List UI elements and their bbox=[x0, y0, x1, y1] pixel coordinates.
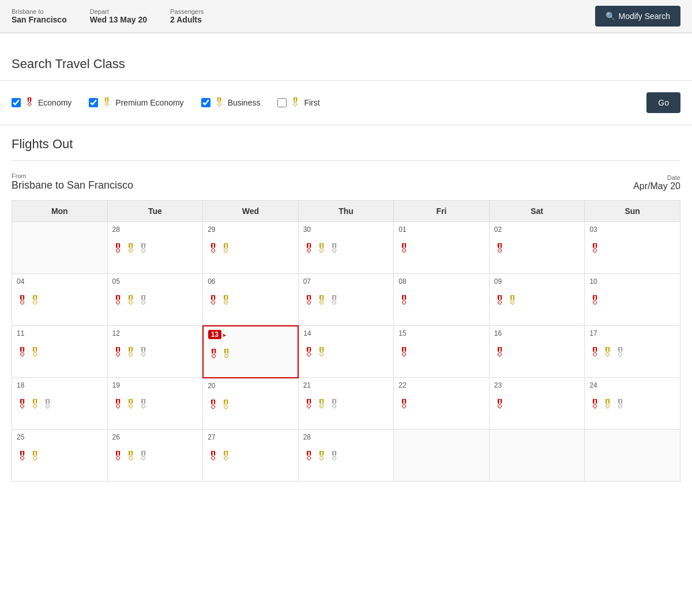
calendar-day-cell[interactable]: 06🎖🎖 bbox=[203, 274, 299, 326]
medal-icon: 🎖 bbox=[138, 243, 149, 254]
calendar-day-cell[interactable]: 20🎖🎖 bbox=[203, 378, 299, 430]
medal-icon: 🎖 bbox=[316, 450, 328, 462]
day-number: 14 bbox=[303, 329, 389, 337]
medals-container: 🎖🎖 bbox=[303, 341, 389, 358]
calendar-day-cell[interactable]: 15🎖 bbox=[394, 326, 490, 378]
day-number: 18 bbox=[17, 381, 103, 389]
calendar-day-cell[interactable]: 27🎖🎖 bbox=[203, 430, 299, 482]
medal-icon: 🎖 bbox=[208, 295, 219, 306]
calendar-day-cell[interactable]: 05🎖🎖🎖 bbox=[107, 274, 203, 326]
calendar-week-row: 25🎖🎖26🎖🎖🎖27🎖🎖28🎖🎖🎖 bbox=[12, 430, 680, 482]
premium-checkbox[interactable] bbox=[89, 98, 98, 107]
calendar-day-cell[interactable]: 19🎖🎖🎖 bbox=[107, 378, 203, 430]
medal-icon: 🎖 bbox=[303, 450, 315, 462]
calendar-day-cell[interactable]: 13▸🎖🎖 bbox=[203, 326, 299, 378]
business-option[interactable]: 🎖 Business bbox=[201, 97, 261, 109]
calendar-day-cell[interactable]: 29🎖🎖 bbox=[203, 222, 299, 274]
economy-option[interactable]: 🎖 Economy bbox=[12, 97, 72, 109]
calendar-week-row: 18🎖🎖🎖19🎖🎖🎖20🎖🎖21🎖🎖🎖22🎖23🎖24🎖🎖🎖 bbox=[12, 378, 680, 430]
calendar-day-cell[interactable]: 18🎖🎖🎖 bbox=[12, 378, 108, 430]
date-label: Date bbox=[633, 174, 680, 181]
medals-container: 🎖 bbox=[398, 393, 484, 410]
calendar-day-cell[interactable]: 14🎖🎖 bbox=[298, 326, 394, 378]
modify-search-button[interactable]: 🔍 Modify Search bbox=[595, 6, 680, 27]
medal-icon: 🎖 bbox=[589, 295, 601, 306]
medal-icon: 🎖 bbox=[125, 295, 137, 306]
calendar-day-cell[interactable]: 30🎖🎖🎖 bbox=[298, 222, 394, 274]
first-option[interactable]: 🎖 First bbox=[277, 97, 319, 109]
calendar-day-cell[interactable]: 02🎖 bbox=[489, 222, 585, 274]
day-number: 10 bbox=[589, 277, 675, 286]
calendar-col-header: Fri bbox=[394, 201, 490, 222]
medal-icon: 🎖 bbox=[29, 450, 41, 462]
calendar-day-cell bbox=[489, 430, 585, 482]
medal-icon: 🎖 bbox=[112, 450, 124, 462]
medal-icon: 🎖 bbox=[494, 399, 506, 410]
medals-container: 🎖 bbox=[494, 393, 580, 410]
medals-container: 🎖🎖 bbox=[208, 393, 294, 411]
calendar-day-cell[interactable]: 26🎖🎖🎖 bbox=[107, 430, 203, 482]
calendar-week-row: 04🎖🎖05🎖🎖🎖06🎖🎖07🎖🎖🎖08🎖09🎖🎖10🎖 bbox=[12, 274, 680, 326]
day-number: 16 bbox=[494, 329, 580, 337]
day-number: 25 bbox=[17, 433, 103, 441]
medal-icon: 🎖 bbox=[316, 243, 328, 254]
business-checkbox[interactable] bbox=[201, 98, 210, 107]
medals-container: 🎖🎖🎖 bbox=[112, 341, 198, 358]
search-icon: 🔍 bbox=[606, 12, 615, 21]
calendar-day-cell[interactable]: 07🎖🎖🎖 bbox=[298, 274, 394, 326]
calendar-day-cell bbox=[394, 430, 490, 482]
flights-out-title: Flights Out bbox=[12, 137, 680, 152]
day-number: 08 bbox=[398, 277, 484, 286]
calendar-day-cell[interactable]: 28🎖🎖🎖 bbox=[107, 222, 203, 274]
calendar-day-cell[interactable]: 08🎖 bbox=[394, 274, 490, 326]
calendar-day-cell[interactable]: 22🎖 bbox=[394, 378, 490, 430]
calendar-day-cell[interactable]: 16🎖 bbox=[489, 326, 585, 378]
medal-icon: 🎖 bbox=[125, 399, 137, 410]
calendar-day-cell[interactable]: 23🎖 bbox=[489, 378, 585, 430]
medal-icon: 🎖 bbox=[208, 399, 219, 411]
day-number: 11 bbox=[17, 329, 103, 337]
go-button[interactable]: Go bbox=[646, 92, 680, 113]
medal-icon: 🎖 bbox=[507, 295, 518, 306]
class-options-row: 🎖 Economy 🎖 Premium Economy 🎖 Business 🎖… bbox=[12, 92, 680, 113]
medal-icon: 🎖 bbox=[329, 243, 340, 254]
calendar-day-cell[interactable]: 04🎖🎖 bbox=[12, 274, 108, 326]
medal-icon: 🎖 bbox=[494, 295, 506, 306]
calendar-day-cell[interactable]: 03🎖 bbox=[585, 222, 680, 274]
from-group: From Brisbane to San Francisco bbox=[12, 172, 133, 191]
medal-icon: 🎖 bbox=[138, 295, 149, 306]
route-to-value: San Francisco bbox=[12, 15, 67, 24]
day-number: 17 bbox=[589, 329, 675, 337]
economy-medal-icon: 🎖 bbox=[24, 97, 35, 109]
calendar-day-cell[interactable]: 12🎖🎖🎖 bbox=[107, 326, 203, 378]
medals-container: 🎖🎖🎖 bbox=[112, 393, 198, 410]
passengers-label: Passengers bbox=[170, 8, 204, 15]
economy-checkbox[interactable] bbox=[12, 98, 21, 107]
calendar-day-cell[interactable]: 24🎖🎖🎖 bbox=[585, 378, 680, 430]
calendar-day-cell[interactable]: 01🎖 bbox=[394, 222, 490, 274]
medal-icon: 🎖 bbox=[398, 243, 410, 254]
medals-container: 🎖🎖 bbox=[208, 445, 294, 462]
day-number: 12 bbox=[112, 329, 198, 337]
first-checkbox[interactable] bbox=[277, 98, 287, 107]
business-label: Business bbox=[228, 98, 261, 107]
calendar-day-cell[interactable]: 28🎖🎖🎖 bbox=[298, 430, 394, 482]
calendar-day-cell[interactable]: 17🎖🎖🎖 bbox=[585, 326, 680, 378]
medal-icon: 🎖 bbox=[208, 450, 219, 462]
calendar-day-cell[interactable]: 21🎖🎖🎖 bbox=[298, 378, 394, 430]
calendar-day-cell[interactable]: 11🎖🎖 bbox=[12, 326, 108, 378]
medal-icon: 🎖 bbox=[494, 347, 506, 358]
calendar-day-cell[interactable]: 09🎖🎖 bbox=[489, 274, 585, 326]
depart-group: Depart Wed 13 May 20 bbox=[90, 8, 147, 24]
medals-container: 🎖🎖 bbox=[17, 445, 103, 462]
calendar-day-cell[interactable]: 25🎖🎖 bbox=[12, 430, 108, 482]
medal-icon: 🎖 bbox=[42, 399, 54, 410]
medal-icon: 🎖 bbox=[17, 295, 28, 306]
medal-icon: 🎖 bbox=[138, 450, 149, 462]
medal-icon: 🎖 bbox=[316, 347, 328, 358]
medals-container: 🎖🎖 bbox=[208, 289, 294, 306]
medal-icon: 🎖 bbox=[329, 295, 340, 306]
medals-container: 🎖 bbox=[398, 237, 484, 254]
premium-option[interactable]: 🎖 Premium Economy bbox=[89, 97, 183, 109]
calendar-day-cell[interactable]: 10🎖 bbox=[585, 274, 680, 326]
